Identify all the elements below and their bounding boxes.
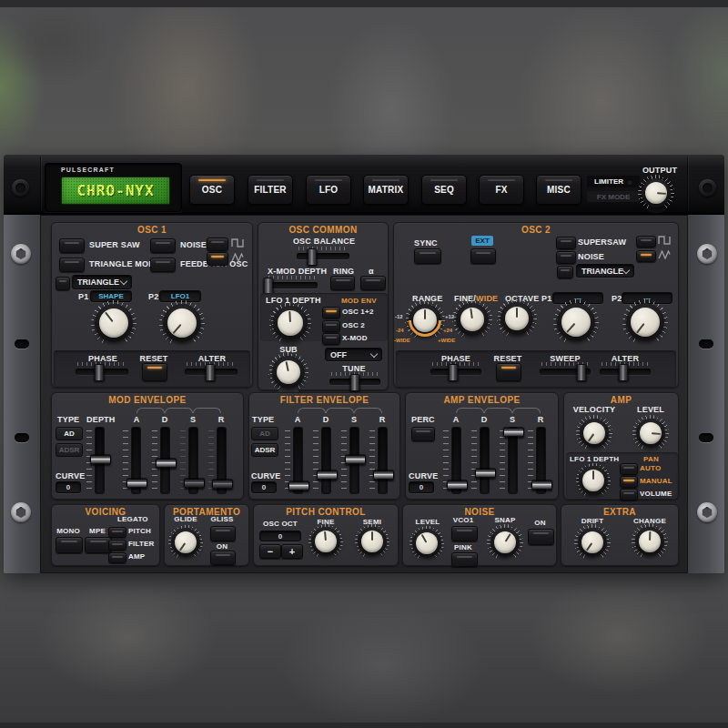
legato-amp-toggle[interactable] <box>108 552 126 563</box>
output-knob[interactable] <box>638 175 674 211</box>
semi-knob[interactable] <box>355 524 389 559</box>
velocity-knob[interactable] <box>576 415 612 451</box>
slider-handle[interactable] <box>206 364 216 381</box>
square-wave-toggle[interactable] <box>207 238 228 251</box>
level-knob[interactable] <box>632 415 669 451</box>
square-wave-toggle[interactable] <box>636 236 656 248</box>
legato-filter-toggle[interactable] <box>108 540 126 551</box>
osc-balance-slider[interactable] <box>297 247 349 267</box>
amp-decay-slider[interactable] <box>471 428 493 493</box>
osc2-alter-slider[interactable] <box>600 362 651 382</box>
mod-depth-slider[interactable] <box>86 428 108 493</box>
mod-sustain-slider[interactable] <box>180 428 202 493</box>
type-ad-button[interactable]: AD <box>251 427 278 440</box>
wave-select-toggle[interactable] <box>56 277 70 290</box>
slider-handle[interactable] <box>90 455 111 465</box>
limiter-toggle[interactable]: LIMITER <box>587 176 640 187</box>
ext-toggle[interactable] <box>470 248 496 264</box>
wave-select-toggle[interactable] <box>557 266 573 278</box>
pink-toggle[interactable] <box>451 552 478 567</box>
osc1-phase-slider[interactable] <box>76 362 128 382</box>
mod-release-slider[interactable] <box>208 428 230 493</box>
pan-volume-toggle[interactable] <box>620 489 638 500</box>
pan-manual-toggle[interactable] <box>620 476 638 488</box>
p1-knob[interactable] <box>553 299 599 345</box>
tab-lfo[interactable]: LFO <box>306 175 351 205</box>
curve-value[interactable]: 0 <box>56 481 81 493</box>
slider-handle[interactable] <box>156 458 177 468</box>
tab-fx[interactable]: FX <box>479 175 524 205</box>
sub-knob[interactable] <box>268 352 308 392</box>
amp-attack-slider[interactable] <box>443 428 465 493</box>
legato-pitch-toggle[interactable] <box>108 527 126 538</box>
slider-handle[interactable] <box>288 481 309 491</box>
type-ad-button[interactable]: AD <box>56 427 83 440</box>
noise-level-knob[interactable] <box>410 526 444 561</box>
osc2-sweep-slider[interactable] <box>540 362 591 382</box>
alpha-toggle[interactable] <box>360 276 386 290</box>
p2-knob[interactable] <box>159 300 205 346</box>
filter-release-slider[interactable] <box>369 428 391 493</box>
mod-attack-slider[interactable] <box>123 428 145 493</box>
slider-handle[interactable] <box>576 364 586 381</box>
slider-handle[interactable] <box>449 364 459 381</box>
ring-toggle[interactable] <box>330 276 355 290</box>
drift-knob[interactable] <box>574 524 611 561</box>
tune-slider[interactable] <box>329 372 380 392</box>
osc2-wave-dropdown[interactable]: TRIANGLE <box>576 264 634 278</box>
filter-decay-slider[interactable] <box>313 428 335 493</box>
tab-matrix[interactable]: MATRIX <box>363 175 409 205</box>
slider-handle[interactable] <box>345 454 366 464</box>
fine-wide-knob[interactable] <box>452 299 492 339</box>
tab-filter[interactable]: FILTER <box>248 175 293 205</box>
slider-handle[interactable] <box>184 479 205 489</box>
pan-lfo1-depth-knob[interactable] <box>576 463 611 498</box>
glide-knob[interactable] <box>168 525 203 560</box>
pan-auto-toggle[interactable] <box>620 463 638 475</box>
perc-toggle[interactable] <box>411 427 435 441</box>
slider-handle[interactable] <box>531 480 552 490</box>
slider-handle[interactable] <box>308 248 318 266</box>
noise-toggle[interactable] <box>556 251 576 264</box>
filter-sustain-slider[interactable] <box>341 428 363 493</box>
amp-release-slider[interactable] <box>528 428 550 493</box>
lfo1-depth-knob[interactable] <box>269 302 311 344</box>
portamento-on-toggle[interactable] <box>210 551 236 565</box>
oct-plus-button[interactable]: + <box>281 544 303 559</box>
osc1-reset-toggle[interactable] <box>142 363 167 381</box>
osc2-phase-slider[interactable] <box>430 362 481 382</box>
slider-handle[interactable] <box>95 364 105 381</box>
noise-toggle[interactable] <box>150 238 176 253</box>
vco1-toggle[interactable] <box>451 526 478 541</box>
curve-value[interactable]: 0 <box>409 481 434 493</box>
sync-toggle[interactable] <box>414 248 441 264</box>
type-adsr-button[interactable]: ADSR <box>56 443 83 457</box>
triangle-wave-toggle[interactable] <box>636 250 656 262</box>
triangle-wave-toggle[interactable] <box>207 252 228 266</box>
p2-knob[interactable] <box>622 299 668 345</box>
octave-knob[interactable] <box>497 298 537 339</box>
mono-toggle[interactable] <box>56 537 83 553</box>
change-knob[interactable] <box>632 523 668 560</box>
tab-misc[interactable]: MISC <box>536 175 581 205</box>
slider-handle[interactable] <box>503 428 524 438</box>
feedback-osc-toggle[interactable] <box>150 258 176 272</box>
oct-minus-button[interactable]: − <box>259 544 281 559</box>
slider-handle[interactable] <box>212 479 233 489</box>
amp-sustain-slider[interactable] <box>500 428 521 493</box>
supersaw-toggle[interactable] <box>556 237 576 249</box>
fx-mode-toggle[interactable]: FX MODE <box>587 191 640 202</box>
type-adsr-button[interactable]: ADSR <box>251 443 278 457</box>
slider-handle[interactable] <box>447 480 468 490</box>
slider-handle[interactable] <box>373 470 394 480</box>
fine-knob[interactable] <box>308 524 343 559</box>
slider-handle[interactable] <box>126 479 147 489</box>
tab-seq[interactable]: SEQ <box>421 175 467 205</box>
slider-handle[interactable] <box>475 469 496 479</box>
osc2-reset-toggle[interactable] <box>496 363 521 381</box>
slider-handle[interactable] <box>618 364 628 381</box>
depth-target-osc2-toggle[interactable] <box>322 320 340 332</box>
tab-osc[interactable]: OSC <box>189 175 235 205</box>
depth-target-xmod-toggle[interactable] <box>322 333 340 345</box>
depth-target-osc12-toggle[interactable] <box>322 307 340 318</box>
